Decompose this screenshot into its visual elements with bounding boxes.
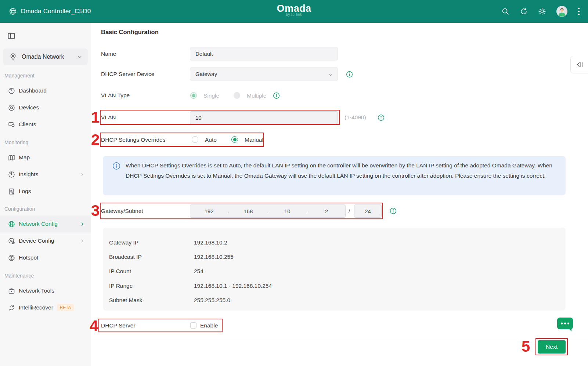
section-label-configuration: Configuration: [4, 206, 35, 212]
dhcp-overrides-manual-radio[interactable]: [231, 136, 238, 143]
network-config-globe-icon: [7, 220, 15, 228]
vlan-type-multiple-label: Multiple: [247, 93, 266, 99]
annotation-number-1: 1: [91, 110, 99, 125]
page-title: Basic Configuration: [101, 29, 159, 36]
subnet-slash: /: [349, 208, 350, 214]
gateway-subnet-label: Gateway/Subnet: [101, 208, 143, 214]
ip-octet-3[interactable]: 10: [268, 208, 306, 214]
dhcp-server-device-select[interactable]: Gateway: [190, 67, 338, 81]
controller-identity: Omada Controller_C5D0: [9, 0, 91, 23]
sidebar: Omada Network Management Dashboard Devic…: [0, 23, 91, 366]
refresh-icon[interactable]: [520, 7, 528, 15]
dhcp-overrides-label: DHCP Settings Overrides: [101, 137, 165, 143]
vlan-range-hint: (1-4090): [344, 114, 366, 121]
insights-icon: [7, 171, 15, 178]
map-icon: [7, 154, 15, 162]
feedback-chat-icon[interactable]: [557, 317, 573, 332]
omada-logo-text: Omada: [277, 3, 311, 14]
globe-icon: [9, 7, 17, 15]
info-icon[interactable]: [390, 207, 397, 214]
sidebar-item-dashboard[interactable]: Dashboard: [0, 82, 91, 99]
sidebar-item-map[interactable]: Map: [0, 149, 91, 166]
info-banner: When DHCP Settings Overrides is set to A…: [103, 156, 566, 195]
sidebar-item-network-config[interactable]: Network Config: [0, 215, 91, 232]
sidebar-item-hotspot[interactable]: Hotspot: [0, 249, 91, 266]
vlan-type-label: VLAN Type: [101, 92, 130, 99]
sidebar-item-logs[interactable]: Logs: [0, 183, 91, 200]
vlan-input[interactable]: 10: [190, 111, 338, 124]
app-header: Omada Controller_C5D0 Omada by tp-link: [0, 0, 588, 23]
dhcp-overrides-manual-label: Manual: [245, 137, 263, 143]
dhcp-server-enable-checkbox[interactable]: [190, 322, 196, 329]
gateway-subnet-octets[interactable]: 192 . 168 . 10 . 2: [190, 204, 346, 218]
dhcp-server-enable-label: Enable: [200, 322, 218, 329]
sidebar-item-intellirecover[interactable]: IntelliRecover BETA: [0, 299, 91, 316]
footer-divider: [91, 338, 588, 366]
chevron-right-icon: [80, 222, 84, 227]
chevron-right-icon: [80, 172, 84, 177]
intellirecover-icon: [7, 304, 15, 312]
logs-icon: [7, 188, 15, 195]
sidebar-item-devices[interactable]: Devices: [0, 99, 91, 116]
ip-octet-1[interactable]: 192: [190, 208, 228, 214]
clients-icon: [7, 121, 15, 128]
section-label-maintenance: Maintenance: [4, 273, 34, 279]
omada-logo: Omada by tp-link: [277, 3, 311, 17]
dhcp-server-device-label: DHCP Server Device: [101, 71, 154, 77]
summary-row: IP Range 192.168.10.1 - 192.168.10.254: [109, 279, 566, 293]
section-label-management: Management: [4, 73, 35, 79]
section-label-monitoring: Monitoring: [4, 139, 28, 145]
controller-name: Omada Controller_C5D0: [21, 8, 91, 15]
panel-collapse-tab[interactable]: [570, 56, 588, 73]
sidebar-collapse-icon[interactable]: [7, 32, 16, 40]
dhcp-overrides-auto-radio[interactable]: [192, 136, 198, 143]
subnet-summary: Gateway IP 192.168.10.2 Broadcast IP 192…: [103, 228, 566, 311]
annotation-number-2: 2: [91, 133, 99, 147]
annotation-number-4: 4: [90, 319, 98, 333]
beta-badge: BETA: [57, 304, 74, 311]
header-actions: [501, 0, 580, 23]
network-tools-icon: [7, 287, 15, 295]
dhcp-server-label: DHCP Server: [101, 322, 136, 329]
more-menu-icon[interactable]: [578, 7, 580, 15]
summary-row: Broadcast IP 192.168.10.255: [109, 250, 566, 264]
chevron-down-icon: [77, 54, 82, 59]
chevron-down-icon: [328, 72, 333, 77]
info-icon[interactable]: [378, 114, 385, 121]
next-button[interactable]: Next: [538, 340, 566, 354]
site-selector[interactable]: Omada Network: [3, 48, 88, 65]
vlan-type-single-radio[interactable]: [190, 92, 197, 99]
device-config-icon: [7, 237, 15, 245]
vlan-type-single-label: Single: [203, 93, 219, 99]
sidebar-item-network-tools[interactable]: Network Tools: [0, 282, 91, 299]
summary-row: Gateway IP 192.168.10.2: [109, 235, 566, 250]
chevron-right-icon: [80, 239, 84, 243]
dashboard-icon: [7, 87, 15, 95]
summary-row: Subnet Mask 255.255.255.0: [109, 293, 566, 307]
site-selector-label: Omada Network: [22, 54, 77, 60]
devices-icon: [7, 104, 15, 112]
user-avatar[interactable]: [556, 6, 567, 17]
search-icon[interactable]: [501, 7, 509, 15]
name-input[interactable]: Default: [190, 47, 338, 61]
annotation-number-3: 3: [91, 203, 99, 218]
sidebar-item-device-config[interactable]: Device Config: [0, 232, 91, 249]
hotspot-icon: [7, 254, 15, 262]
info-banner-text: When DHCP Settings Overrides is set to A…: [126, 160, 561, 181]
location-pin-icon: [9, 53, 17, 61]
annotation-number-5: 5: [522, 339, 530, 354]
vlan-label: VLAN: [101, 114, 116, 121]
vlan-type-multiple-radio[interactable]: [234, 92, 240, 99]
ip-octet-4[interactable]: 2: [308, 208, 345, 214]
info-icon[interactable]: [273, 92, 280, 99]
main-content: Basic Configuration Name Default DHCP Se…: [91, 23, 588, 366]
sidebar-item-insights[interactable]: Insights: [0, 166, 91, 183]
sidebar-item-clients[interactable]: Clients: [0, 116, 91, 133]
name-label: Name: [101, 51, 116, 57]
brightness-icon[interactable]: [538, 7, 546, 15]
summary-row: IP Count 254: [109, 264, 566, 279]
info-icon[interactable]: [346, 71, 353, 78]
subnet-prefix-input[interactable]: 24: [354, 204, 382, 218]
ip-octet-2[interactable]: 168: [230, 208, 267, 214]
dhcp-overrides-auto-label: Auto: [205, 137, 217, 143]
